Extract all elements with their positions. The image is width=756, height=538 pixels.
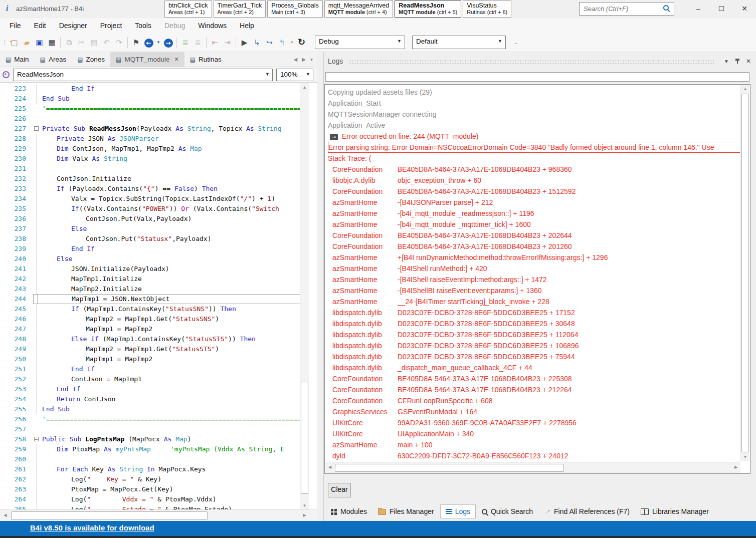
code-text: Dim PtoxMap As myPntsMap 'myPntsMap (Vdd… (41, 444, 300, 454)
tool-tab-modules[interactable]: Modules (326, 505, 372, 518)
log-frame-library: libdispatch.dylib (328, 351, 396, 362)
run-icon[interactable]: ▶ (238, 36, 251, 49)
navigate-forward-icon[interactable]: → (162, 36, 174, 49)
sub-select[interactable]: ReadMessJson ▼ (13, 69, 273, 81)
tool-tab-files-manager[interactable]: Files Manager (373, 505, 439, 518)
log-horizontal-scrollbar[interactable]: ◀ ▶ (325, 462, 740, 473)
module-tab-Areas[interactable]: ▤Areas (35, 52, 72, 67)
pin-icon[interactable] (735, 58, 740, 65)
build-configuration-select[interactable]: Debug▼ (315, 36, 405, 49)
editor-vscroll-thumb[interactable] (301, 382, 308, 494)
menu-designer[interactable]: Designer (53, 19, 94, 32)
scroll-down-icon[interactable]: ▼ (300, 501, 309, 510)
indent-icon[interactable]: ⇥ (221, 36, 234, 49)
scroll-up-icon[interactable]: ▲ (300, 83, 309, 92)
editor-vertical-scrollbar[interactable]: ▲ ▼ (300, 83, 309, 510)
close-button[interactable]: ✕ (733, 0, 756, 18)
comment-lines-icon[interactable]: ≣ (179, 36, 192, 49)
build-configuration-select-value: Debug (319, 38, 339, 45)
back-history-dropdown-icon[interactable]: ▾ (155, 36, 162, 49)
scroll-left-icon[interactable]: ◀ (326, 463, 334, 471)
quick-tab-btnClick_Click[interactable]: btnClick_ClickAreas (ctrl + 1) (164, 1, 212, 18)
toolbar-overflow-icon[interactable]: ⌄ (514, 40, 518, 45)
log-filter-input[interactable] (325, 72, 749, 82)
quick-tab-VisuStatus[interactable]: VisuStatusRutinas (ctrl + 6) (463, 1, 511, 18)
tool-tab-libraries-manager[interactable]: Libraries Manager (636, 505, 714, 518)
fold-collapse-icon[interactable]: − (34, 437, 39, 441)
redo-icon[interactable]: ↷ (113, 36, 125, 49)
editor-hscroll-thumb[interactable] (11, 511, 208, 520)
log-output[interactable]: Copying updated assets files (29)Applica… (324, 84, 750, 474)
tool-tab-logs[interactable]: Logs (440, 504, 476, 518)
scroll-left-icon[interactable]: ◀ (1, 511, 10, 519)
restart-icon[interactable]: ↻ (295, 36, 308, 49)
line-number: 236 (0, 214, 33, 224)
log-vscroll-thumb[interactable] (741, 94, 749, 452)
panel-menu-icon[interactable]: ▼ (724, 59, 729, 64)
bookmark-icon[interactable]: ⚑ (130, 36, 142, 49)
menu-file[interactable]: File (3, 19, 28, 32)
scroll-down-icon[interactable]: ▼ (741, 453, 749, 461)
code-editor[interactable]: 223End If224End Sub225'=================… (0, 82, 317, 510)
stop-icon[interactable]: ■ (288, 36, 295, 49)
tab-scroll-right-icon[interactable]: ▶ (302, 57, 306, 62)
menu-windows[interactable]: Windows (192, 19, 233, 32)
pane-splitter[interactable] (317, 52, 323, 521)
menu-edit[interactable]: Edit (28, 19, 53, 32)
close-tab-icon[interactable]: ✕ (174, 56, 178, 63)
line-number: 253 (0, 384, 33, 394)
menu-help[interactable]: Help (233, 19, 261, 32)
module-tab-Rutinas[interactable]: ▤Rutinas (184, 52, 227, 67)
outdent-icon[interactable]: ⇤ (209, 36, 221, 49)
new-file-icon[interactable]: ▢✶ (8, 36, 21, 49)
fold-collapse-icon[interactable]: − (34, 126, 39, 131)
scroll-up-icon[interactable]: ▲ (741, 85, 749, 93)
log-entry: Error parsing string: Error Domain=NSCoc… (328, 142, 740, 153)
search-input[interactable] (583, 4, 660, 14)
clear-logs-button[interactable]: Clear (328, 483, 351, 497)
step-into-icon[interactable]: ↳ (251, 36, 263, 49)
tool-tab-quick-search[interactable]: Quick Search (477, 505, 538, 518)
quick-tab-TimerGar1_Tick[interactable]: TimerGar1_TickAreas (ctrl + 2) (214, 1, 266, 18)
code-line-body: Log(" Vddx = " & PtoxMap.Vddx) (33, 494, 300, 504)
module-tab-Zones[interactable]: ▤Zones (72, 52, 110, 67)
menu-tools[interactable]: Tools (128, 19, 158, 32)
update-available-link[interactable]: B4i v8.50 is available for download (30, 523, 154, 532)
ui-profile-select[interactable]: Default▼ (412, 36, 506, 49)
editor-zoom-select[interactable]: 100% ▼ (276, 69, 313, 81)
quick-tab-ReadMessJson[interactable]: ReadMessJsonMQTT module (ctrl + 5) (395, 1, 461, 18)
log-frame-symbol: D023C07E-DCBD-3728-8E6F-5DDC6D3BEE25 + 7… (396, 353, 575, 361)
tab-scroll-left-icon[interactable]: ◀ (294, 57, 298, 62)
module-tab-Main[interactable]: ▤Main (0, 52, 35, 67)
menu-project[interactable]: Project (94, 19, 129, 32)
cut-icon[interactable]: ✂ (75, 36, 88, 49)
module-tab-MQTT_module[interactable]: ▤MQTT_module✕ (110, 52, 184, 67)
step-over-icon[interactable]: ↪ (263, 36, 276, 49)
scroll-right-icon[interactable]: ▶ (732, 463, 740, 471)
save-icon[interactable]: ▣ (33, 36, 46, 49)
panel-close-icon[interactable]: ✕ (746, 58, 751, 65)
maximize-button[interactable]: ☐ (710, 0, 733, 18)
paste-icon[interactable]: ▤ (88, 36, 100, 49)
tool-tab-find-all-references-f7-[interactable]: Find All References (F7) (539, 505, 635, 518)
log-entry: CoreFoundationBE405D8A-5464-37A3-A17E-10… (328, 241, 740, 252)
undo-icon[interactable]: ↶ (100, 36, 113, 49)
editor-horizontal-scrollbar[interactable]: ◀ ▶ (0, 509, 317, 521)
minimize-button[interactable]: – (687, 0, 710, 18)
log-hscroll-thumb[interactable] (335, 464, 564, 472)
panel-drag-handle[interactable] (349, 60, 714, 64)
find-in-files-icon[interactable]: ▦ (46, 36, 58, 49)
quick-tab-mqtt_MessageArrived[interactable]: mqtt_MessageArrivedMQTT module (ctrl + 4… (324, 1, 394, 18)
tab-list-icon[interactable]: ▾ (310, 57, 313, 62)
log-vertical-scrollbar[interactable]: ▲ ▼ (740, 85, 749, 461)
menu-debug[interactable]: Debug (158, 19, 192, 32)
quick-tab-Process_Globals[interactable]: Process_GlobalsMain (ctrl + 3) (267, 1, 323, 18)
search-icon[interactable] (663, 5, 669, 11)
open-project-icon[interactable]: ▰ (21, 36, 33, 49)
navigate-back-icon[interactable]: ← (142, 36, 155, 49)
step-out-icon[interactable]: ↰ (276, 36, 288, 49)
uncomment-lines-icon[interactable]: ≣ (192, 36, 204, 49)
scroll-right-icon[interactable]: ▶ (300, 511, 309, 519)
copy-icon[interactable]: ⧉ (63, 36, 75, 49)
toolbar-grip[interactable]: ⋮ (2, 39, 7, 46)
